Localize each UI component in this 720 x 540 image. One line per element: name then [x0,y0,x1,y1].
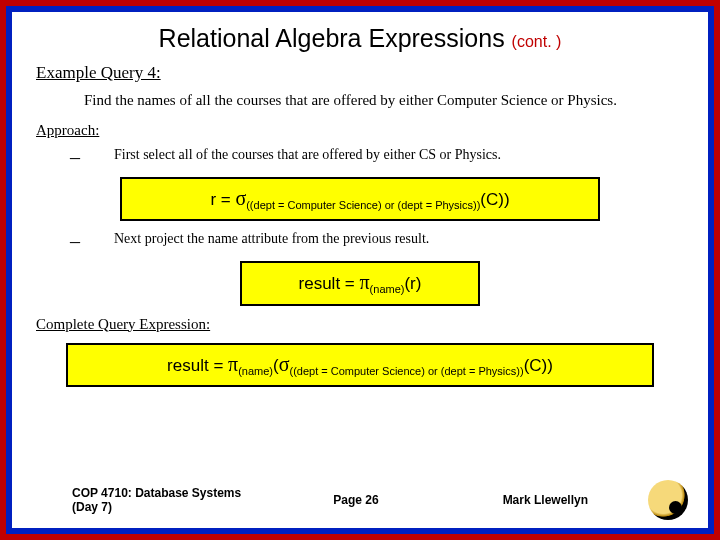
f3-sub2: ((dept = Computer Science) or (dept = Ph… [289,365,523,377]
slide-title: Relational Algebra Expressions (cont. ) [30,24,690,53]
f3-lhs: result = [167,356,228,375]
step-2-text: Next project the name attribute from the… [114,231,429,248]
slide-content: Relational Algebra Expressions (cont. ) … [12,12,708,528]
f1-lhs: r = [210,190,235,209]
ucf-logo-icon [648,480,688,520]
f2-lhs: result = [299,274,360,293]
example-heading: Example Query 4: [36,63,690,83]
formula-box-2: result = π(name)(r) [240,261,480,305]
step-2-row: – Next project the name attribute from t… [70,231,690,251]
title-cont: (cont. ) [512,33,562,50]
footer-author: Mark Llewellyn [451,493,640,507]
complete-heading: Complete Query Expression: [36,316,690,333]
footer-page: Page 26 [261,493,450,507]
pi-icon: π [360,271,370,293]
slide-frame-mid: Relational Algebra Expressions (cont. ) … [6,6,714,534]
slide-footer: COP 4710: Database Systems (Day 7) Page … [12,480,708,520]
f2-arg: (r) [404,274,421,293]
step-1-text: First select all of the courses that are… [114,147,501,164]
f1-sub: ((dept = Computer Science) or (dept = Ph… [246,199,480,211]
f1-arg: (C)) [480,190,509,209]
sigma-icon: σ [235,187,246,209]
formula-box-1: r = σ((dept = Computer Science) or (dept… [120,177,600,221]
title-main: Relational Algebra Expressions [159,24,505,52]
f2-sub: (name) [370,284,405,296]
footer-course: COP 4710: Database Systems (Day 7) [72,486,261,514]
step-1-row: – First select all of the courses that a… [70,147,690,167]
f3-sub1: (name) [238,365,273,377]
formula-box-3: result = π(name)(σ((dept = Computer Scie… [66,343,654,387]
sigma-icon: σ [279,353,290,375]
f3-arg: (C)) [524,356,553,375]
approach-heading: Approach: [36,122,690,139]
pi-icon: π [228,353,238,375]
example-body: Find the names of all the courses that a… [84,91,666,110]
bullet-dash-icon: – [70,147,80,167]
slide-frame-outer: Relational Algebra Expressions (cont. ) … [0,0,720,540]
bullet-dash-icon: – [70,231,80,251]
